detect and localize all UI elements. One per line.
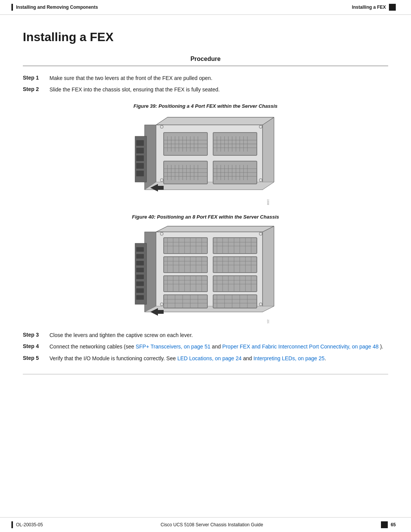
svg-rect-62 [136,163,144,169]
svg-rect-77 [213,238,257,254]
header-bar: Installing and Removing Components Insta… [0,0,411,15]
step-5-label: Step 5 [23,354,49,362]
header-section-title: Installing a FEX [352,5,386,10]
svg-rect-63 [136,171,144,176]
svg-rect-158 [136,281,144,286]
footer-right-square [381,521,388,528]
svg-marker-71 [156,226,274,232]
svg-text:193801: 193801 [267,199,269,205]
step-3-label: Step 3 [23,331,49,339]
header-chapter-title: Installing and Removing Components [16,5,98,10]
svg-rect-76 [164,238,207,254]
svg-rect-153 [136,247,144,252]
footer-center: Cisco UCS 5108 Server Chassis Installati… [43,522,381,527]
figure-39-svg: 193801 [133,113,278,205]
fex-fabric-link[interactable]: Proper FEX and Fabric Interconnect Port … [222,343,379,350]
footer-bar: OL-20035-05 Cisco UCS 5108 Server Chassi… [0,517,411,532]
header-left: Installing and Removing Components [11,4,98,11]
svg-marker-4 [263,117,274,190]
svg-rect-79 [213,257,257,273]
step-2-content: Slide the FEX into the chassis slot, ens… [49,85,388,94]
svg-rect-156 [136,268,144,272]
svg-rect-82 [164,295,207,308]
footer-left-bar [11,521,13,528]
step-4-row: Step 4 Connect the networking cables (se… [23,342,388,351]
svg-rect-155 [136,261,144,265]
step-5-content: Verify that the I/O Module is functionin… [49,354,388,363]
procedure-divider [23,66,388,66]
svg-rect-159 [136,288,144,293]
step-4-content: Connect the networking cables (see SFP+ … [49,342,388,351]
svg-rect-83 [213,295,257,308]
svg-rect-60 [136,148,144,153]
footer-page-number: 65 [391,522,396,527]
content-area: Installing a FEX Procedure Step 1 Make s… [0,15,411,397]
svg-rect-81 [213,276,257,292]
procedure-heading: Procedure [23,56,388,62]
interpreting-leds-link[interactable]: Interpreting LEDs, on page 25 [253,355,325,361]
svg-rect-154 [136,254,144,259]
header-right-block: Installing a FEX [352,4,396,11]
footer-right: 65 [381,521,396,528]
footer-doc-number: OL-20035-05 [16,522,43,527]
bottom-divider [23,374,388,374]
svg-marker-1 [156,117,274,125]
svg-rect-160 [136,295,144,300]
svg-rect-59 [136,140,144,146]
step-3-content: Close the levers and tighten the captive… [49,331,388,339]
figure-39-container: 193801 [23,113,388,205]
svg-rect-61 [136,155,144,161]
svg-rect-78 [164,257,207,273]
step-1-label: Step 1 [23,74,49,82]
footer-left: OL-20035-05 [11,521,43,528]
header-left-bar [11,4,13,11]
figure-40-svg: 237202 [133,224,278,323]
led-locations-link[interactable]: LED Locations, on page 24 [177,355,242,361]
procedure-section: Procedure Step 1 Make sure that the two … [23,56,388,374]
svg-rect-80 [164,276,207,292]
figure-39-caption: Figure 39: Positioning a 4 Port FEX with… [23,103,388,109]
step-2-row: Step 2 Slide the FEX into the chassis sl… [23,85,388,94]
svg-rect-157 [136,275,144,279]
step-1-row: Step 1 Make sure that the two levers at … [23,74,388,82]
step-4-label: Step 4 [23,342,49,350]
step-5-row: Step 5 Verify that the I/O Module is fun… [23,354,388,363]
sfp-link[interactable]: SFP+ Transceivers, on page 51 [135,343,210,350]
step-2-label: Step 2 [23,85,49,93]
step-1-content: Make sure that the two levers at the fro… [49,74,388,82]
footer-guide-title: Cisco UCS 5108 Server Chassis Installati… [161,522,263,527]
figure-40-container: 237202 [23,224,388,323]
header-right-square [389,4,396,11]
step-3-row: Step 3 Close the levers and tighten the … [23,331,388,339]
page-title: Installing a FEX [23,30,388,44]
figure-40-caption: Figure 40: Positioning an 8 Port FEX wit… [23,214,388,220]
svg-text:237202: 237202 [267,320,269,323]
svg-marker-74 [263,226,274,312]
page-wrapper: Installing and Removing Components Insta… [0,0,411,532]
